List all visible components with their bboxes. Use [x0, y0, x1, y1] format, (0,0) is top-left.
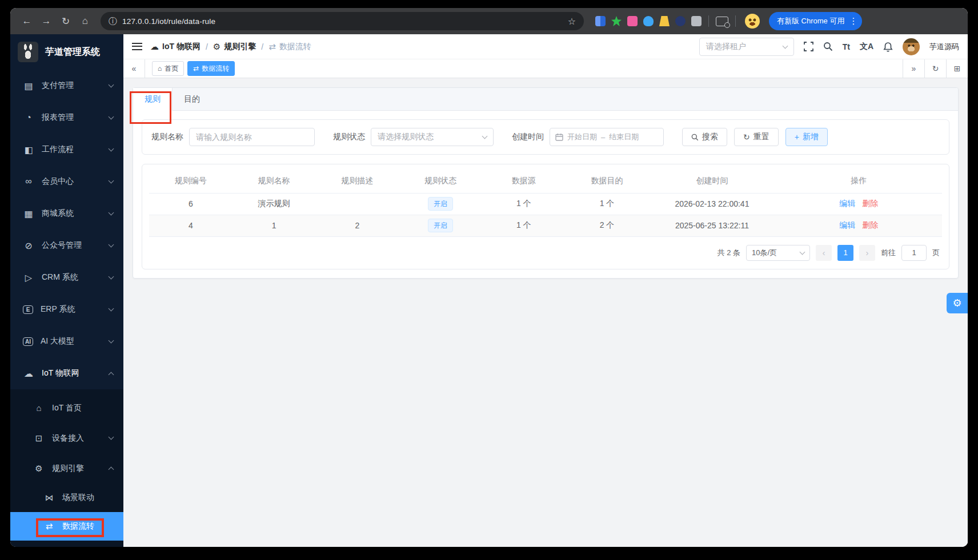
- extension-icon[interactable]: [595, 16, 606, 26]
- sidebar-item-label: 支付管理: [42, 80, 102, 91]
- payment-icon: ▤: [23, 80, 34, 91]
- edit-link[interactable]: 编辑: [839, 220, 855, 229]
- notification-bell-icon[interactable]: [883, 42, 893, 52]
- sidebar-item-iot[interactable]: ☁ IoT 物联网: [10, 357, 123, 389]
- sidebar-item-report[interactable]: ◔ 报表管理: [10, 102, 123, 134]
- tab-target[interactable]: 目的: [173, 88, 211, 110]
- extensions-puzzle-icon[interactable]: [691, 16, 702, 26]
- tags-scroll-left-icon[interactable]: «: [123, 59, 145, 78]
- breadcrumb-item[interactable]: ☁ IoT 物联网: [150, 42, 201, 52]
- column-header: 规则名称: [233, 169, 316, 193]
- extension-icon[interactable]: [675, 16, 686, 26]
- workflow-icon: ◧: [23, 144, 34, 155]
- extension-icon[interactable]: [611, 16, 622, 26]
- page-size-select[interactable]: 10条/页: [746, 245, 810, 261]
- fullscreen-icon[interactable]: [804, 42, 813, 51]
- form-group-create-time: 创建时间 开始日期 – 结束日期: [512, 128, 664, 146]
- tags-scroll-right-icon[interactable]: »: [903, 59, 924, 78]
- sidebar-item-member[interactable]: ∞ 会员中心: [10, 166, 123, 198]
- cell-rule-status: 开启: [399, 193, 482, 215]
- extension-icon[interactable]: [643, 16, 654, 26]
- browser-reload-button[interactable]: ↻: [57, 13, 74, 30]
- prev-page-button[interactable]: ‹: [816, 245, 832, 261]
- delete-link[interactable]: 删除: [862, 199, 878, 208]
- chrome-update-button[interactable]: 有新版 Chrome 可用 ⋮: [769, 12, 862, 30]
- chevron-down-icon: [109, 210, 114, 215]
- sidebar-item-payment[interactable]: ▤ 支付管理: [10, 70, 123, 102]
- username[interactable]: 芋道源码: [929, 42, 959, 52]
- font-size-icon[interactable]: Tt: [843, 42, 850, 51]
- column-header: 规则描述: [315, 169, 399, 193]
- sidebar-item-label: CRM 系统: [42, 272, 102, 283]
- sidebar-item-ai[interactable]: AI AI 大模型: [10, 325, 123, 357]
- tenant-select[interactable]: 请选择租户: [699, 38, 794, 56]
- address-bar[interactable]: ⓘ 127.0.0.1/iot/rule/data-rule ☆: [101, 12, 584, 30]
- breadcrumb-separator: /: [206, 42, 208, 51]
- sidebar-item-scene-linkage[interactable]: ⋈ 场景联动: [10, 484, 123, 512]
- sidebar-item-iot-home[interactable]: ⌂ IoT 首页: [10, 393, 123, 423]
- sidebar-item-data-flow[interactable]: ⇄ 数据流转: [10, 512, 123, 541]
- extension-icon[interactable]: [627, 16, 638, 26]
- translate-icon[interactable]: 文A: [860, 42, 873, 52]
- tags-list: ⌂ 首页 ⇄ 数据流转: [145, 59, 903, 78]
- sidebar-item-rule-engine[interactable]: ⚙ 规则引擎: [10, 453, 123, 484]
- site-info-icon[interactable]: ⓘ: [109, 16, 117, 27]
- chrome-update-label: 有新版 Chrome 可用: [777, 16, 844, 26]
- browser-back-button[interactable]: ←: [18, 13, 35, 30]
- breadcrumb-item[interactable]: ⚙ 规则引擎: [213, 42, 256, 52]
- sidebar-item-label: AI 大模型: [41, 336, 102, 347]
- chevron-down-icon: [782, 43, 788, 49]
- add-button[interactable]: + 新增: [785, 128, 828, 146]
- search-button[interactable]: 搜索: [682, 128, 727, 146]
- rule-status-select[interactable]: 请选择规则状态: [371, 128, 494, 146]
- browser-menu-icon[interactable]: ⋮: [849, 16, 857, 26]
- table-row: 6 演示规则 开启 1 个 1 个 2026-02-13 22:00:41: [149, 193, 942, 215]
- page-number-button[interactable]: 1: [837, 245, 853, 261]
- main-area: ☁ IoT 物联网 / ⚙ 规则引擎 / ⇄ 数据流转: [123, 34, 968, 547]
- app-logo[interactable]: 芋道管理系统: [10, 34, 123, 70]
- sidebar-collapse-icon[interactable]: [132, 43, 142, 50]
- tag-home[interactable]: ⌂ 首页: [152, 61, 184, 76]
- cell-data-source: 1 个: [482, 193, 566, 215]
- tag-data-flow[interactable]: ⇄ 数据流转: [187, 61, 235, 76]
- chevron-down-icon: [109, 337, 114, 343]
- page-content: 规则 目的 规则名称 规则状态: [123, 78, 968, 547]
- table-header-row: 规则编号 规则名称 规则描述 规则状态 数据源 数据目的 创建时间 操作: [149, 169, 942, 193]
- browser-forward-button[interactable]: →: [38, 13, 55, 30]
- extensions-row: [595, 16, 702, 26]
- column-header: 创建时间: [648, 169, 775, 193]
- browser-home-button[interactable]: ⌂: [77, 13, 94, 30]
- logo-rabbit-image: [18, 42, 38, 62]
- cell-actions: 编辑删除: [775, 215, 942, 236]
- screen-capture-icon[interactable]: [716, 17, 728, 26]
- sidebar-item-erp[interactable]: E ERP 系统: [10, 293, 123, 325]
- sidebar-item-workflow[interactable]: ◧ 工作流程: [10, 134, 123, 166]
- sidebar-item-mp[interactable]: ⊘ 公众号管理: [10, 229, 123, 261]
- edit-link[interactable]: 编辑: [839, 199, 855, 208]
- extension-icon[interactable]: [659, 16, 670, 26]
- tab-rule[interactable]: 规则: [133, 88, 173, 110]
- data-flow-icon: ⇄: [43, 521, 55, 531]
- tenant-placeholder: 请选择租户: [706, 42, 746, 52]
- next-page-button[interactable]: ›: [859, 245, 875, 261]
- tags-layout-icon[interactable]: ⊞: [946, 59, 968, 78]
- theme-settings-button[interactable]: ⚙: [947, 293, 968, 313]
- app-title: 芋道管理系统: [45, 46, 100, 58]
- sidebar-item-mall[interactable]: ▦ 商城系统: [10, 198, 123, 229]
- sidebar-item-crm[interactable]: ▷ CRM 系统: [10, 261, 123, 293]
- avatar[interactable]: [903, 38, 920, 55]
- browser-profile-avatar[interactable]: [745, 14, 760, 29]
- search-icon[interactable]: [823, 42, 833, 51]
- tags-refresh-icon[interactable]: ↻: [924, 59, 946, 78]
- plus-icon: +: [795, 132, 799, 142]
- date-range-picker[interactable]: 开始日期 – 结束日期: [550, 128, 664, 146]
- reset-button[interactable]: ↻ 重置: [734, 128, 779, 146]
- rule-table-panel: 规则编号 规则名称 规则描述 规则状态 数据源 数据目的 创建时间 操作: [142, 164, 949, 269]
- goto-page-input[interactable]: [901, 245, 927, 261]
- rule-name-input[interactable]: [189, 128, 315, 146]
- delete-link[interactable]: 删除: [862, 220, 878, 229]
- bookmark-star-icon[interactable]: ☆: [568, 16, 576, 27]
- sidebar-item-device-access[interactable]: ⊡ 设备接入: [10, 423, 123, 453]
- form-group-rule-name: 规则名称: [151, 128, 315, 146]
- tags-view-bar: « ⌂ 首页 ⇄ 数据流转 » ↻ ⊞: [123, 59, 968, 78]
